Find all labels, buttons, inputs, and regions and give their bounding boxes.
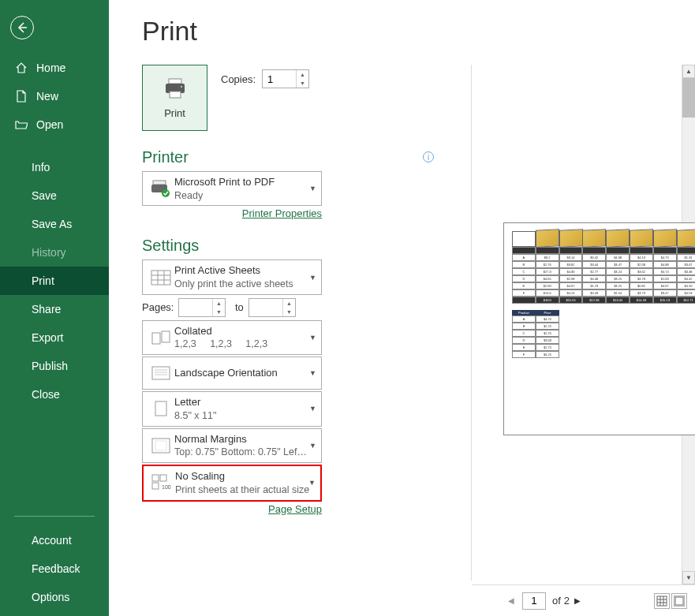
- pages-from-input[interactable]: [179, 301, 212, 313]
- setting-secondary: 1,2,3 1,2,3 1,2,3: [174, 338, 316, 351]
- sidebar-divider: [14, 516, 95, 517]
- spinner-up-icon[interactable]: ▲: [213, 299, 225, 308]
- preview-table-header: [512, 231, 695, 247]
- preview-table-row: F$14.6$4.24$0.43$1.54$3.73$3.47$4.53$1.3…: [512, 289, 695, 297]
- printer-status: Ready: [174, 189, 316, 203]
- new-icon: [14, 90, 28, 103]
- preview-table-row: C$27.3$4.30$2.77$3.24$3.62$4.74$0.48$1.9…: [512, 268, 695, 275]
- nav-options[interactable]: Options: [0, 583, 109, 611]
- chevron-down-icon: ▼: [309, 405, 316, 413]
- pages-to-input[interactable]: [249, 301, 282, 313]
- paper-size-selector[interactable]: Letter8.5" x 11" ▼: [142, 391, 322, 426]
- nav-export[interactable]: Export: [0, 323, 109, 352]
- orientation-selector[interactable]: Landscape Orientation ▼: [142, 357, 322, 390]
- preview-table-row: [512, 247, 695, 254]
- preview-table-row: D$4.65$2.98$4.48$3.25$4.78$1.00$4.42$3.3…: [512, 275, 695, 282]
- grid-icon: [656, 595, 667, 607]
- print-button[interactable]: Print: [142, 65, 207, 131]
- chevron-down-icon: ▼: [309, 185, 316, 192]
- nav-info[interactable]: Info: [0, 153, 109, 181]
- setting-secondary: Top: 0.75" Bottom: 0.75" Lef…: [174, 446, 316, 459]
- page-setup-link[interactable]: Page Setup: [268, 503, 322, 515]
- nav-label: Account: [32, 534, 72, 547]
- nav-label: Export: [32, 331, 63, 344]
- copies-spinner[interactable]: ▲▼: [262, 69, 309, 88]
- printer-info-icon[interactable]: i: [423, 151, 434, 162]
- nav-new[interactable]: New: [0, 82, 109, 110]
- setting-primary: Collated: [174, 324, 316, 338]
- spinner-up-icon[interactable]: ▲: [297, 70, 308, 79]
- scrollbar-thumb[interactable]: [682, 78, 695, 118]
- spinner-down-icon[interactable]: ▼: [213, 308, 225, 316]
- copies-input[interactable]: [263, 73, 296, 85]
- scroll-up-icon[interactable]: ▲: [682, 65, 695, 78]
- zoom-icon: [674, 595, 685, 607]
- svg-rect-24: [152, 483, 159, 489]
- printer-name: Microsoft Print to PDF: [174, 175, 316, 189]
- current-page-input[interactable]: [522, 592, 546, 610]
- svg-text:100: 100: [162, 484, 171, 490]
- svg-rect-19: [155, 401, 166, 416]
- setting-secondary: Print sheets at their actual size: [175, 483, 316, 497]
- nav-print[interactable]: Print: [0, 267, 109, 295]
- nav-label: Close: [32, 388, 60, 401]
- setting-primary: Landscape Orientation: [174, 366, 316, 380]
- scaling-selector[interactable]: 100 No ScalingPrint sheets at their actu…: [142, 465, 322, 501]
- nav-save[interactable]: Save: [0, 181, 109, 210]
- nav-home[interactable]: Home: [0, 54, 109, 82]
- nav-label: Save: [32, 189, 57, 202]
- preview-footer: ◀ of 2 ▶: [472, 584, 695, 616]
- nav-label: Open: [36, 118, 63, 131]
- prev-page-button[interactable]: ◀: [503, 596, 519, 605]
- backstage-sidebar: Home New Open Info Save Save As History …: [0, 0, 109, 616]
- printer-selector[interactable]: Microsoft Print to PDFReady ▼: [142, 171, 322, 206]
- collated-icon: [148, 330, 174, 345]
- zoom-to-page-button[interactable]: [671, 593, 687, 609]
- printer-section-title: Printer: [142, 148, 434, 166]
- pages-to-spinner[interactable]: ▲▼: [248, 298, 296, 317]
- home-icon: [14, 62, 28, 74]
- setting-primary: Letter: [174, 395, 316, 409]
- settings-section-title: Settings: [142, 237, 434, 255]
- pages-from-spinner[interactable]: ▲▼: [178, 298, 226, 317]
- show-margins-button[interactable]: [654, 593, 670, 609]
- printer-properties-link[interactable]: Printer Properties: [242, 207, 322, 219]
- nav-share[interactable]: Share: [0, 295, 109, 323]
- nav-close[interactable]: Close: [0, 380, 109, 409]
- print-settings-pane: Print Copies: ▲▼ Printer i Microsoft Pri…: [142, 65, 434, 515]
- print-button-label: Print: [164, 107, 185, 119]
- preview-table-row: E$2.00$4.07$1.23$3.25$0.82$4.07$4.50$4.5…: [512, 282, 695, 289]
- svg-rect-3: [170, 91, 181, 98]
- pages-label: Pages:: [142, 301, 178, 313]
- spinner-down-icon[interactable]: ▼: [297, 79, 308, 88]
- spinner-up-icon[interactable]: ▲: [283, 299, 295, 308]
- svg-rect-8: [151, 271, 170, 285]
- svg-rect-15: [152, 367, 170, 379]
- nav-label: Print: [32, 274, 54, 287]
- svg-rect-31: [675, 597, 683, 605]
- spinner-down-icon[interactable]: ▼: [283, 308, 295, 316]
- scroll-down-icon[interactable]: ▼: [682, 571, 695, 584]
- next-page-button[interactable]: ▶: [570, 596, 585, 605]
- margins-icon: [148, 438, 174, 454]
- total-pages: 2: [564, 595, 570, 607]
- svg-rect-1: [169, 79, 181, 84]
- nav-account[interactable]: Account: [0, 526, 109, 554]
- sheets-icon: [148, 270, 174, 286]
- page-title: Print: [142, 16, 695, 47]
- nav-feedback[interactable]: Feedback: [0, 554, 109, 583]
- pager-of-label: of: [552, 595, 561, 607]
- back-button[interactable]: [10, 16, 34, 39]
- collated-selector[interactable]: Collated1,2,3 1,2,3 1,2,3 ▼: [142, 320, 322, 355]
- nav-saveas[interactable]: Save As: [0, 210, 109, 238]
- setting-primary: Print Active Sheets: [174, 263, 316, 278]
- setting-primary: Normal Margins: [174, 432, 316, 446]
- back-arrow-icon: [16, 21, 28, 34]
- nav-label: Info: [32, 161, 50, 174]
- printer-status-icon: [148, 179, 174, 198]
- preview-area: ▲ ▼ A$0.2$3.14$0.42$4.08$4.13$4.79$1.31$…: [472, 65, 695, 584]
- print-area-selector[interactable]: Print Active SheetsOnly print the active…: [142, 259, 322, 294]
- margins-selector[interactable]: Normal MarginsTop: 0.75" Bottom: 0.75" L…: [142, 428, 322, 463]
- nav-publish[interactable]: Publish: [0, 352, 109, 380]
- nav-open[interactable]: Open: [0, 110, 109, 139]
